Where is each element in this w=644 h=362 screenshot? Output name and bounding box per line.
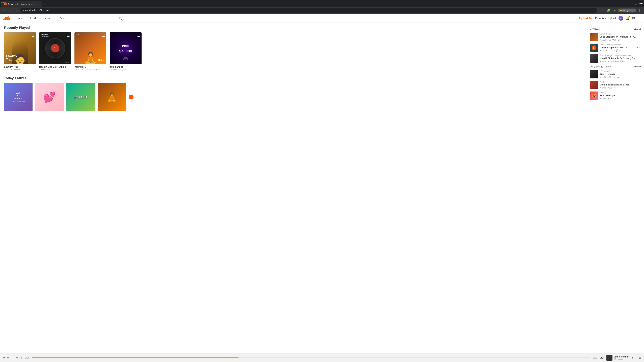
try-next-pro-link[interactable]: Try Next Pro: [578, 17, 592, 19]
track-artist-king: © 2020 Purge Gang Entertainment: [600, 54, 641, 57]
repeat-button[interactable]: ↺: [20, 356, 22, 359]
mix3-ltu-text: LTU: [76, 34, 79, 35]
card-chill-gaming[interactable]: chillgaming 🎮 ☁ chill gaming Discovery P…: [110, 32, 142, 71]
vinyl-label: DJLEX: [51, 44, 59, 52]
more-button-densiflora[interactable]: •••: [639, 46, 641, 49]
comments-densiflora: 💬 3: [616, 49, 620, 52]
nav-home[interactable]: Home: [13, 14, 27, 22]
current-time: 1:20: [25, 357, 29, 359]
mix-card-odesza[interactable]: ONE2013ODESZA HIGHER GROUND ☁: [4, 83, 32, 111]
sidebar-track-king[interactable]: © 2020 Purge Gang Entertainment King K G…: [590, 54, 641, 63]
notification-bell-icon[interactable]: 🔔: [626, 16, 630, 20]
search-input[interactable]: [57, 15, 124, 21]
reload-button[interactable]: ↻: [14, 8, 19, 13]
player-like-button[interactable]: ♥: [632, 356, 634, 359]
back-button[interactable]: ←: [2, 8, 7, 13]
plays-inkognito: ▶ 19.6K: [600, 76, 606, 78]
maximize-button[interactable]: □: [635, 2, 636, 5]
player-add-button[interactable]: +: [636, 356, 637, 359]
nav-library[interactable]: Library: [39, 14, 54, 22]
for-artists-link[interactable]: For Artists: [595, 17, 606, 19]
volume-icon[interactable]: 🔊: [600, 356, 604, 360]
like-button-densiflora[interactable]: ♥: [636, 46, 638, 49]
nav-feed[interactable]: Feed: [27, 14, 39, 22]
card-sublabel-chill: Discovery Playlists: [110, 68, 142, 71]
profile-button[interactable]: ⊙: [612, 8, 617, 13]
card-label-deejay: Deejay-Gijs Cox (Official): [39, 65, 71, 68]
track-title-wavey: Trust Freestyle: [600, 94, 641, 97]
next-button[interactable]: ⏭: [16, 356, 18, 359]
sidebar-track-wavey[interactable]: 😍 Wavey Trust Freestyle ▶ 20.4K ♥ 201: [590, 91, 641, 100]
odesza-bg: ONE2013ODESZA HIGHER GROUND ☁: [4, 83, 32, 111]
card-deejay[interactable]: DJLEX Deejay-GijsCox (Official) — statio…: [39, 32, 71, 71]
deejay-bg: DJLEX Deejay-GijsCox (Official) — statio…: [39, 32, 71, 64]
chill-bg: chillgaming 🎮 ☁: [110, 32, 142, 64]
user-avatar[interactable]: U: [618, 16, 623, 21]
sidebar-track-inkognito[interactable]: I.N.Kognito Jimi n Hendrix ▶ 19.6K ♥ 93 …: [590, 70, 641, 78]
track-stats-sweet: ▶ 1,326 ♥ 88 ⇄ 36 💬 4: [600, 39, 641, 41]
logo-bar-3: [5, 17, 5, 20]
track-info-mikoll: mikoll Ostatni dzień wakacji z Tobą ▶ 20…: [600, 81, 641, 89]
deejay-text-overlay: Deejay-GijsCox (Official): [40, 34, 49, 37]
playing-indicator-densiflora: ▶: [592, 45, 596, 50]
address-input[interactable]: [20, 8, 598, 13]
mix-card-lover[interactable]: 💕 Lover ☁: [35, 83, 64, 111]
mix-card-ltu[interactable]: 🧘 ☁: [98, 83, 126, 111]
likes-count: 7 likes: [592, 28, 600, 31]
more-options-button[interactable]: ⋮: [637, 8, 642, 13]
sidebar-track-sweet[interactable]: Sweet & Sour Jono Stephenson - Colours I…: [590, 33, 641, 41]
card-thumb-chill: chillgaming 🎮 ☁: [110, 32, 142, 64]
search-bar: 🔍: [57, 15, 124, 21]
chill-gaming-text: chillgaming: [119, 44, 132, 53]
mix-thumb-lover: 💕 Lover ☁: [35, 83, 64, 111]
prev-button[interactable]: ⏮: [6, 356, 9, 359]
search-button[interactable]: 🔍: [119, 16, 122, 20]
track-stats-mikoll: ▶ 20.4K ♥ 112 ⇄ 3: [600, 87, 641, 89]
sidebar-track-densiflora[interactable]: ▶ Biotechnology Densiflora Densiflora po…: [590, 43, 641, 52]
logo-bar-9: [9, 17, 9, 20]
player-queue-button[interactable]: ☰: [639, 356, 641, 359]
lover-emoji: 💕: [43, 91, 56, 103]
total-time: 2:01: [593, 357, 597, 359]
plays-king: ▶ 84.3K: [600, 60, 606, 62]
incognito-badge[interactable]: 🕵 Incognito (2): [618, 8, 636, 12]
track-title-sweet: Jono Stephenson - Colours In Th...: [600, 35, 641, 38]
comments-sweet: 💬 4: [618, 39, 621, 41]
player-track-info: Jimi n Hendrix I.N.Kognito: [606, 355, 629, 361]
mix3-figure-emoji: 🧘: [83, 52, 98, 64]
sc-content: Recently Played 🧑 LowkeyTrap ☁: [0, 22, 587, 361]
new-tab-button[interactable]: +: [42, 2, 46, 6]
minimize-button[interactable]: ─: [631, 2, 633, 5]
track-artist-wavey: Wavey: [600, 91, 641, 94]
sc-logo-icon-mix3: ☁: [102, 34, 105, 38]
header-right: Try Next Pro For Artists Upload U 🔔 ✉ ••…: [578, 16, 641, 21]
soundcloud-app: Home Feed Library 🔍 Try Next Pro For Art…: [0, 14, 644, 361]
tab-close-button[interactable]: ×: [36, 3, 39, 5]
card-lowkey-trap[interactable]: 🧑 LowkeyTrap ☁ Lowkey Trap Discovery Pla…: [4, 32, 36, 71]
player-bar: ⇄ ⏮ ⏸ ⏭ ↺ 1:20 2:01 🔊 Jimi n Hendrix I.N…: [0, 353, 644, 362]
forward-button[interactable]: →: [8, 8, 13, 13]
play-pause-button[interactable]: ⏸: [11, 356, 14, 360]
vinyl-record: DJLEX: [45, 38, 65, 58]
track-info-wavey: Wavey Trust Freestyle ▶ 20.4K ♥ 201: [600, 91, 641, 100]
upload-button[interactable]: Upload: [608, 17, 616, 19]
mix-card-solita[interactable]: 🎤 SOLITA: [66, 83, 95, 111]
messages-icon[interactable]: ✉: [632, 16, 635, 20]
player-progress-bar[interactable]: [32, 358, 590, 358]
card-mix3[interactable]: 🧘 LTU Mix 3 ☁ Your Mix 3 LIKE THAT UNDER…: [74, 32, 106, 71]
card-thumb-lowkey: 🧑 LowkeyTrap ☁: [4, 32, 36, 64]
more-menu-icon[interactable]: •••: [638, 16, 641, 20]
next-mixes-button[interactable]: ›: [129, 95, 134, 99]
bookmark-button[interactable]: ☆: [600, 8, 605, 13]
sidebar-track-mikoll[interactable]: mikoll Ostatni dzień wakacji z Tobą ▶ 20…: [590, 81, 641, 89]
likes-view-all[interactable]: View all: [634, 28, 641, 30]
extensions-button[interactable]: 🧩: [606, 8, 611, 13]
track-info-king: © 2020 Purge Gang Entertainment King K G…: [600, 54, 641, 63]
history-view-all[interactable]: View all: [634, 65, 641, 68]
plays-sweet: ▶ 1,326: [600, 39, 606, 41]
shuffle-button[interactable]: ⇄: [3, 356, 5, 359]
soundcloud-logo[interactable]: [3, 16, 10, 20]
history-header-left: 🕐 Listening history: [590, 65, 611, 68]
likes-wavey: ♥ 201: [608, 97, 612, 99]
active-tab[interactable]: 🎵 Discover the top streamed mus... ×: [1, 1, 42, 7]
